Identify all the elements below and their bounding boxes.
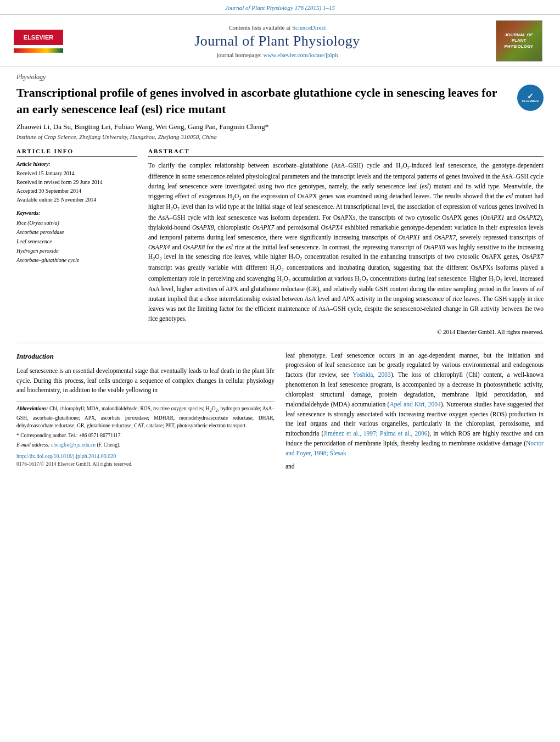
- affiliation: Institute of Crop Science, Zhejiang Univ…: [16, 133, 544, 140]
- keyword-1: Rice (Oryza sativa): [16, 218, 137, 227]
- crossmark-badge: ✓ CrossMark: [517, 85, 544, 111]
- accepted-date: Accepted 30 September 2014: [16, 187, 137, 196]
- apel-kirt-ref[interactable]: Apel and Kirt, 2004: [389, 401, 440, 408]
- article-history-block: Article history: Received 15 January 201…: [16, 161, 137, 204]
- journal-homepage: journal homepage: www.elsevier.com/locat…: [71, 52, 483, 58]
- doi-link[interactable]: http://dx.doi.org/10.1016/j.jplph.2014.0…: [16, 453, 116, 459]
- keyword-5: Ascorbate–glutathione cycle: [16, 255, 137, 265]
- issn-line: 0176-1617/© 2014 Elsevier GmbH. All righ…: [16, 460, 275, 468]
- received-date: Received 15 January 2014: [16, 169, 137, 178]
- abbreviations-text: Abbreviations: Chl, chlorophyll; MDA, ma…: [16, 405, 275, 429]
- abstract-text: To clarify the complex relationship betw…: [148, 161, 544, 323]
- intro-right-continuation: and: [285, 462, 544, 472]
- journal-homepage-link[interactable]: www.elsevier.com/locate/jplph: [263, 52, 338, 58]
- abstract-heading: ABSTRACT: [148, 148, 544, 157]
- journal-badge: JOURNAL OF PLANT PHYSIOLOGY: [496, 20, 542, 62]
- contents-available: Contents lists available at ScienceDirec…: [71, 24, 483, 31]
- section-divider: [16, 343, 544, 343]
- available-date: Available online 25 November 2014: [16, 196, 137, 204]
- keyword-4: Hydrogen peroxide: [16, 246, 137, 255]
- article-title: Transcriptional profile of genes involve…: [16, 85, 544, 117]
- yoshida-ref[interactable]: Yoshida, 2003: [352, 371, 391, 378]
- intro-left-text: Leaf senescence is an essential developm…: [16, 366, 275, 395]
- bottom-two-col: Introduction Leaf senescence is an essen…: [16, 351, 544, 472]
- header-section: ELSEVIER Contents lists available at Sci…: [0, 15, 560, 66]
- intro-right-col: leaf phenotype. Leaf senescence occurs i…: [285, 351, 544, 472]
- intro-right-text: leaf phenotype. Leaf senescence occurs i…: [285, 351, 544, 459]
- and-text: and: [285, 463, 295, 470]
- abstract-col: ABSTRACT To clarify the complex relation…: [148, 148, 544, 334]
- article-info-heading: ARTICLE INFO: [16, 148, 137, 157]
- intro-left-col: Introduction Leaf senescence is an essen…: [16, 351, 275, 472]
- header-left: ELSEVIER: [11, 30, 66, 53]
- doi-line: http://dx.doi.org/10.1016/j.jplph.2014.0…: [16, 452, 275, 460]
- journal-title: Journal of Plant Physiology: [71, 33, 483, 49]
- article-body: Physiology Transcriptional profile of ge…: [0, 66, 560, 479]
- revised-date: Received in revised form 29 June 2014: [16, 178, 137, 187]
- keywords-block: Keywords: Rice (Oryza sativa) Ascorbate …: [16, 210, 137, 265]
- page-wrapper: Journal of Plant Physiology 176 (2015) 1…: [0, 0, 560, 479]
- keywords-label: Keywords:: [16, 210, 137, 216]
- elsevier-logo: ELSEVIER: [14, 30, 63, 45]
- article-history-label: Article history:: [16, 161, 137, 167]
- header-center: Contents lists available at ScienceDirec…: [71, 24, 483, 58]
- keyword-3: Leaf senescence: [16, 237, 137, 246]
- intro-heading: Introduction: [16, 351, 275, 362]
- article-info-abstract-cols: ARTICLE INFO Article history: Received 1…: [16, 148, 544, 334]
- jimenez-ref[interactable]: Jiménez et al., 1997; Palma et al., 2006: [323, 430, 427, 437]
- copyright-line: © 2014 Elsevier GmbH. All rights reserve…: [148, 328, 544, 335]
- citation-text: Journal of Plant Physiology 176 (2015) 1…: [225, 4, 335, 11]
- email-line: E-mail address: chengfm@zju.edu.cn (F. C…: [16, 441, 275, 449]
- authors: Zhaowei Li, Da Su, Bingting Lei, Fubiao …: [16, 122, 544, 131]
- header-right: JOURNAL OF PLANT PHYSIOLOGY: [489, 20, 549, 62]
- article-info-col: ARTICLE INFO Article history: Received 1…: [16, 148, 137, 334]
- keyword-2: Ascorbate peroxidase: [16, 227, 137, 237]
- elsevier-color-bar: [14, 48, 63, 53]
- top-bar: Journal of Plant Physiology 176 (2015) 1…: [0, 0, 560, 15]
- sciencedirect-link[interactable]: ScienceDirect: [292, 24, 326, 31]
- footnote-area: Abbreviations: Chl, chlorophyll; MDA, ma…: [16, 401, 275, 468]
- corresponding-author: * Corresponding author. Tel.: +86 0571 8…: [16, 432, 275, 439]
- email-link[interactable]: chengfm@zju.edu.cn: [51, 442, 96, 448]
- section-label: Physiology: [16, 73, 544, 81]
- noctor-foyer-ref[interactable]: Noctor and Foyer, 1998; Ślesak: [285, 440, 544, 456]
